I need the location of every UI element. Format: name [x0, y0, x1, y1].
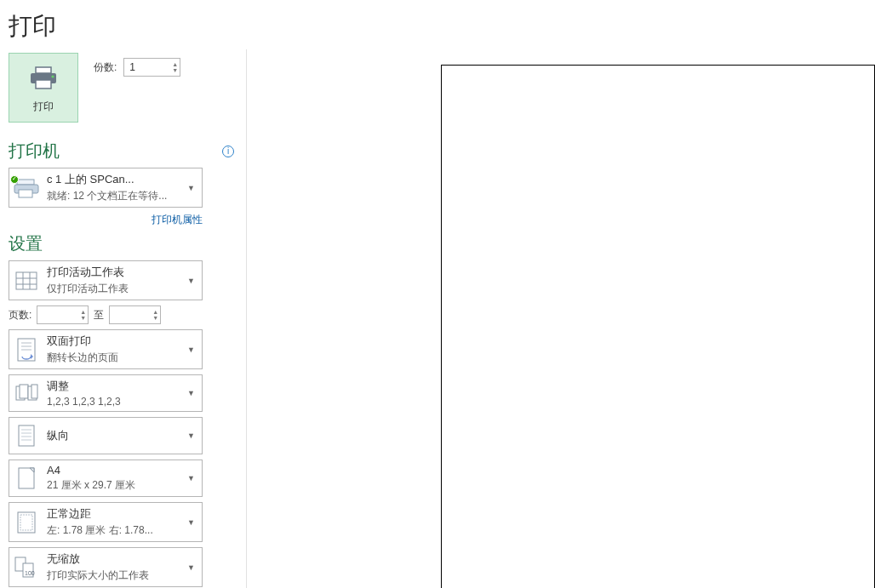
chevron-down-icon: ▼: [186, 389, 197, 397]
printer-section-title: 打印机: [9, 140, 60, 163]
margins-subtitle: 左: 1.78 厘米 右: 1.78...: [47, 523, 177, 538]
settings-section-title: 设置: [9, 232, 237, 255]
info-icon[interactable]: i: [222, 146, 234, 157]
svg-rect-4: [17, 180, 34, 185]
print-what-selector[interactable]: 打印活动工作表 仅打印活动工作表 ▼: [9, 260, 203, 300]
scaling-title: 无缩放: [47, 551, 177, 567]
scaling-selector[interactable]: 100 无缩放 打印实际大小的工作表 ▼: [9, 547, 203, 587]
orientation-selector[interactable]: 纵向 ▼: [9, 417, 203, 454]
print-button[interactable]: 打印: [9, 53, 78, 123]
page-from-stepper[interactable]: ▲ ▼: [37, 305, 89, 324]
page-to-stepper[interactable]: ▲ ▼: [109, 305, 161, 324]
page-from-increment[interactable]: ▲: [80, 309, 86, 315]
svg-rect-7: [16, 272, 37, 289]
worksheet-icon: [14, 267, 38, 294]
margins-title: 正常边距: [47, 506, 177, 522]
chevron-down-icon: ▼: [186, 474, 197, 482]
copies-increment[interactable]: ▲: [172, 61, 178, 67]
chevron-down-icon: ▼: [186, 431, 197, 440]
page-to-input[interactable]: [110, 306, 151, 323]
page-title: 打印: [9, 10, 866, 43]
print-what-subtitle: 仅打印活动工作表: [47, 282, 177, 296]
svg-text:100: 100: [25, 570, 35, 576]
printer-selector[interactable]: c 1 上的 SPCan... 就绪: 12 个文档正在等待... ▼: [9, 168, 203, 208]
print-button-label: 打印: [33, 100, 54, 114]
printer-status: 就绪: 12 个文档正在等待...: [47, 189, 177, 203]
paper-size-title: A4: [47, 464, 177, 477]
portrait-icon: [14, 422, 38, 449]
scaling-subtitle: 打印实际大小的工作表: [47, 568, 177, 583]
print-preview-pane: [247, 49, 875, 588]
svg-rect-26: [19, 468, 34, 488]
print-preview-page: [441, 65, 875, 588]
print-what-title: 打印活动工作表: [47, 265, 177, 280]
page-to-increment[interactable]: ▲: [152, 309, 158, 315]
chevron-down-icon: ▼: [186, 184, 197, 192]
paper-size-icon: [14, 465, 38, 492]
pages-label: 页数:: [9, 308, 31, 323]
printer-icon: [29, 66, 58, 93]
duplex-title: 双面打印: [47, 334, 177, 349]
chevron-down-icon: ▼: [186, 277, 197, 285]
svg-rect-20: [31, 385, 37, 398]
svg-point-3: [51, 75, 54, 77]
svg-rect-6: [19, 190, 32, 197]
duplex-icon: [14, 336, 38, 363]
collate-subtitle: 1,2,3 1,2,3 1,2,3: [47, 396, 177, 408]
scaling-icon: 100: [14, 554, 38, 581]
printer-name: c 1 上的 SPCan...: [47, 172, 177, 187]
duplex-subtitle: 翻转长边的页面: [47, 351, 177, 365]
paper-size-selector[interactable]: A4 21 厘米 x 29.7 厘米 ▼: [9, 460, 203, 497]
orientation-title: 纵向: [47, 428, 177, 443]
svg-rect-18: [20, 385, 28, 398]
page-to-decrement[interactable]: ▼: [152, 315, 158, 321]
margins-icon: [14, 509, 38, 536]
chevron-down-icon: ▼: [186, 345, 197, 354]
chevron-down-icon: ▼: [186, 518, 197, 527]
copies-stepper[interactable]: ▲ ▼: [123, 58, 180, 77]
copies-input[interactable]: [124, 59, 170, 76]
print-settings-pane: 打印 份数: ▲ ▼ 打印机 i: [0, 49, 247, 588]
svg-rect-0: [36, 67, 51, 73]
printer-status-icon: [14, 174, 38, 202]
margins-selector[interactable]: 正常边距 左: 1.78 厘米 右: 1.78... ▼: [9, 502, 203, 542]
collate-icon: [14, 380, 38, 407]
printer-properties-link[interactable]: 打印机属性: [152, 214, 203, 225]
page-from-input[interactable]: [37, 306, 78, 323]
svg-rect-2: [36, 80, 51, 88]
collate-selector[interactable]: 调整 1,2,3 1,2,3 1,2,3 ▼: [9, 374, 203, 412]
paper-size-subtitle: 21 厘米 x 29.7 厘米: [47, 478, 177, 493]
collate-title: 调整: [47, 379, 177, 394]
copies-decrement[interactable]: ▼: [172, 67, 178, 73]
duplex-selector[interactable]: 双面打印 翻转长边的页面 ▼: [9, 329, 203, 369]
svg-rect-21: [19, 425, 34, 446]
chevron-down-icon: ▼: [186, 563, 197, 572]
pages-to-label: 至: [94, 308, 104, 323]
copies-label: 份数:: [94, 60, 117, 75]
page-from-decrement[interactable]: ▼: [80, 315, 86, 321]
